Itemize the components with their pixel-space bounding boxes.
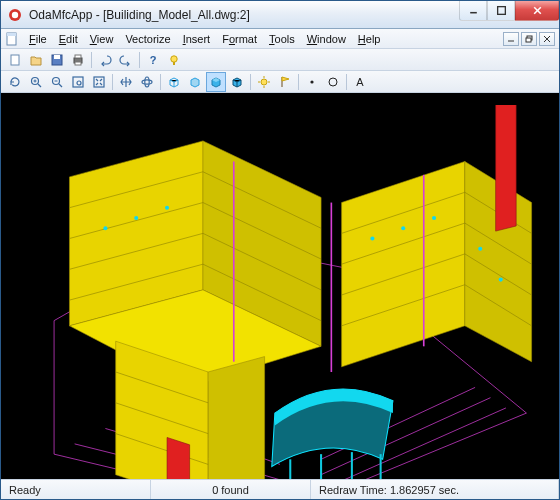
new-button[interactable] <box>5 50 25 70</box>
print-button[interactable] <box>68 50 88 70</box>
menu-help[interactable]: Help <box>352 31 387 47</box>
menu-insert[interactable]: Insert <box>177 31 217 47</box>
light-button[interactable] <box>254 72 274 92</box>
svg-point-70 <box>134 216 138 220</box>
menubar: File Edit View Vectorize Insert Format T… <box>1 29 559 49</box>
question-icon: ? <box>150 54 157 66</box>
close-button[interactable] <box>515 1 559 21</box>
svg-point-19 <box>171 55 177 61</box>
menu-edit[interactable]: Edit <box>53 31 84 47</box>
mdi-restore-button[interactable] <box>521 32 537 46</box>
flag-button[interactable] <box>275 72 295 92</box>
menu-edit-label: dit <box>66 33 78 45</box>
render-shaded-edges-button[interactable] <box>227 72 247 92</box>
menu-view-label: iew <box>97 33 114 45</box>
circle-button[interactable] <box>323 72 343 92</box>
svg-point-1 <box>12 11 18 17</box>
render-shaded-button[interactable] <box>206 72 226 92</box>
toolbar-separator <box>298 74 299 90</box>
render-hidden-button[interactable] <box>185 72 205 92</box>
toolbar-separator <box>112 74 113 90</box>
redo-button[interactable] <box>116 50 136 70</box>
svg-rect-61 <box>496 105 517 231</box>
save-button[interactable] <box>47 50 67 70</box>
status-found: 0 found <box>151 480 311 499</box>
menu-insert-label: nsert <box>186 33 210 45</box>
menu-window-label: indow <box>317 33 346 45</box>
svg-rect-10 <box>526 38 531 42</box>
svg-point-73 <box>401 226 405 230</box>
menu-file-label: ile <box>36 33 47 45</box>
svg-rect-17 <box>75 55 81 58</box>
app-window: OdaMfcApp - [Builiding_Model_All.dwg:2] … <box>0 0 560 500</box>
orbit-button[interactable] <box>137 72 157 92</box>
letter-a-icon: A <box>356 76 363 88</box>
minimize-button[interactable] <box>459 1 487 21</box>
menu-window[interactable]: Window <box>301 31 352 47</box>
toolbar-row-2: A <box>1 71 559 93</box>
maximize-button[interactable] <box>487 1 515 21</box>
svg-rect-3 <box>497 7 505 15</box>
render-wire-button[interactable] <box>164 72 184 92</box>
help-button[interactable]: ? <box>143 50 163 70</box>
menu-format[interactable]: Format <box>216 31 263 47</box>
pan-button[interactable] <box>116 72 136 92</box>
svg-point-71 <box>165 206 169 210</box>
svg-line-22 <box>38 84 41 87</box>
svg-rect-30 <box>94 77 104 87</box>
toolbar-row-1: ? <box>1 49 559 71</box>
titlebar: OdaMfcApp - [Builiding_Model_All.dwg:2] <box>1 1 559 29</box>
undo-button[interactable] <box>95 50 115 70</box>
status-ready: Ready <box>1 480 151 499</box>
svg-point-39 <box>310 80 313 83</box>
toolbar-separator <box>160 74 161 90</box>
svg-rect-18 <box>75 62 81 65</box>
window-controls <box>459 1 559 28</box>
toolbar-separator <box>346 74 347 90</box>
svg-point-33 <box>261 79 267 85</box>
svg-point-40 <box>329 78 337 86</box>
window-title: OdaMfcApp - [Builiding_Model_All.dwg:2] <box>29 8 459 22</box>
toolbar-separator <box>250 74 251 90</box>
svg-point-69 <box>103 226 107 230</box>
menu-format-label: rmat <box>235 33 257 45</box>
svg-point-29 <box>77 81 81 85</box>
menu-help-label: elp <box>366 33 381 45</box>
menu-tools-label: ools <box>275 33 295 45</box>
mdi-close-button[interactable] <box>539 32 555 46</box>
svg-line-26 <box>59 84 62 87</box>
zoom-window-button[interactable] <box>68 72 88 92</box>
svg-rect-13 <box>11 55 19 65</box>
svg-rect-7 <box>7 33 16 36</box>
menu-file[interactable]: File <box>23 31 53 47</box>
svg-point-74 <box>432 216 436 220</box>
menu-tools[interactable]: Tools <box>263 31 301 47</box>
svg-rect-15 <box>54 55 60 59</box>
svg-point-31 <box>142 79 152 83</box>
refresh-button[interactable] <box>5 72 25 92</box>
svg-rect-60 <box>167 437 190 479</box>
zoom-out-button[interactable] <box>47 72 67 92</box>
svg-point-32 <box>145 77 149 87</box>
svg-point-75 <box>478 247 482 251</box>
svg-point-72 <box>370 236 374 240</box>
toolbar-separator <box>139 52 140 68</box>
mdi-minimize-button[interactable] <box>503 32 519 46</box>
menu-vectorize[interactable]: Vectorize <box>119 31 176 47</box>
zoom-extents-button[interactable] <box>89 72 109 92</box>
mdi-controls <box>503 32 555 46</box>
statusbar: Ready 0 found Redraw Time: 1.862957 sec. <box>1 479 559 499</box>
building-model-render <box>13 105 547 479</box>
mdi-doc-icon <box>5 32 19 46</box>
status-redraw-time: Redraw Time: 1.862957 sec. <box>311 480 559 499</box>
open-button[interactable] <box>26 50 46 70</box>
zoom-in-button[interactable] <box>26 72 46 92</box>
tip-button[interactable] <box>164 50 184 70</box>
menu-view[interactable]: View <box>84 31 120 47</box>
svg-rect-20 <box>173 62 175 65</box>
app-icon <box>7 7 23 23</box>
text-button[interactable]: A <box>350 72 370 92</box>
svg-point-76 <box>499 278 503 282</box>
point-button[interactable] <box>302 72 322 92</box>
viewport-3d[interactable] <box>1 93 559 479</box>
